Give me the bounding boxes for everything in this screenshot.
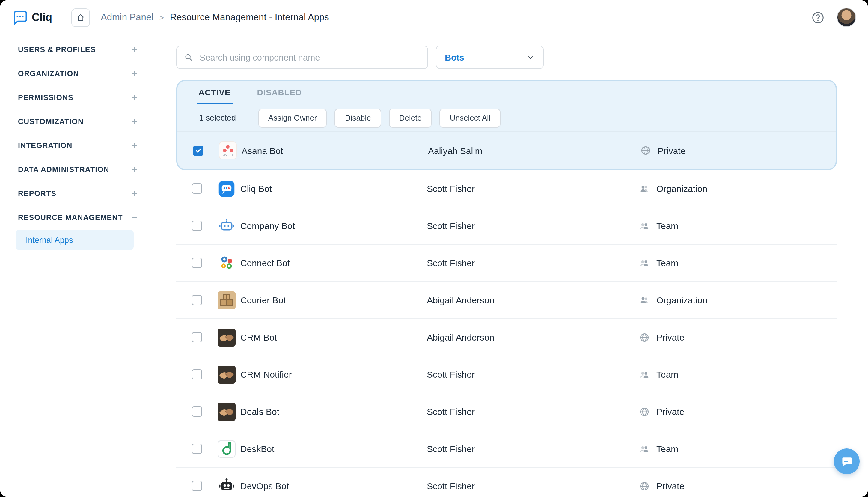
row-checkbox[interactable] [192, 295, 202, 305]
organization-icon [639, 183, 650, 194]
expand-toggle-icon[interactable]: + [132, 164, 137, 175]
visibility-label: Team [656, 444, 678, 454]
app-body: USERS & PROFILES + ORGANIZATION + PERMIS… [0, 36, 868, 497]
row-checkbox[interactable] [192, 332, 202, 342]
search-icon [184, 53, 193, 62]
team-icon [639, 220, 650, 231]
row-checkbox[interactable] [192, 369, 202, 380]
organization-icon [639, 295, 650, 306]
bot-row[interactable]: Courier Bot Abigail Anderson Organizatio… [176, 282, 837, 319]
connect-icon [218, 254, 235, 272]
selected-count: 1 selected [199, 113, 236, 122]
expand-toggle-icon[interactable]: + [132, 44, 137, 55]
row-checkbox[interactable] [193, 145, 203, 156]
sidebar-item-label: USERS & PROFILES [18, 45, 96, 54]
home-button[interactable] [71, 8, 90, 27]
cliq-icon [218, 180, 235, 198]
bot-owner: Aaliyah Salim [428, 145, 640, 156]
sidebar-item-label: ORGANIZATION [18, 70, 79, 78]
tab-label: DISABLED [257, 87, 302, 97]
sidebar-item-label: DATA ADMINISTRATION [18, 166, 110, 174]
search-input[interactable] [199, 52, 420, 63]
bot-row[interactable]: Cliq Bot Scott Fisher Organization [176, 170, 837, 208]
sidebar-item-label: INTEGRATION [18, 141, 72, 150]
delete-button[interactable]: Delete [389, 108, 432, 127]
sidebar-item-integration[interactable]: INTEGRATION + [0, 134, 151, 158]
handshake-icon [218, 328, 235, 346]
assign-owner-button[interactable]: Assign Owner [258, 108, 327, 127]
robot-dark-icon [218, 477, 235, 495]
row-checkbox[interactable] [192, 183, 202, 194]
bot-name: CRM Bot [241, 332, 427, 342]
globe-icon [639, 406, 650, 417]
divider [247, 112, 248, 124]
bot-name: DeskBot [241, 444, 427, 454]
row-checkbox[interactable] [192, 444, 202, 454]
bot-owner: Scott Fisher [427, 183, 639, 194]
bot-row[interactable]: asana Asana Bot Aaliyah Salim Private [177, 132, 836, 169]
row-checkbox[interactable] [192, 407, 202, 417]
tab-disabled[interactable]: DISABLED [255, 87, 304, 104]
desk-icon [218, 440, 235, 458]
visibility-label: Private [656, 407, 684, 417]
bot-name: DevOps Bot [241, 481, 427, 491]
expand-toggle-icon[interactable]: + [132, 68, 137, 79]
toolbar: Bots [176, 45, 868, 69]
logo-text: Cliq [32, 11, 52, 24]
tab-label: ACTIVE [199, 87, 231, 97]
bot-name: Asana Bot [242, 145, 428, 156]
bot-owner: Scott Fisher [427, 258, 639, 268]
sidebar-item-resource-management[interactable]: RESOURCE MANAGEMENT − [0, 205, 151, 230]
team-icon [639, 257, 650, 268]
bot-row[interactable]: DevOps Bot Scott Fisher Private [176, 468, 837, 497]
sidebar-item-permissions[interactable]: PERMISSIONS + [0, 86, 151, 110]
chat-icon [840, 455, 853, 468]
tab-active[interactable]: ACTIVE [197, 87, 233, 104]
support-chat-button[interactable] [834, 449, 859, 474]
row-checkbox[interactable] [192, 258, 202, 268]
bot-row[interactable]: Deals Bot Scott Fisher Private [176, 393, 837, 430]
bot-name: Cliq Bot [241, 183, 427, 194]
sidebar: USERS & PROFILES + ORGANIZATION + PERMIS… [0, 36, 152, 497]
sidebar-item-organization[interactable]: ORGANIZATION + [0, 62, 151, 86]
row-checkbox[interactable] [192, 221, 202, 231]
bot-row[interactable]: DeskBot Scott Fisher Team [176, 430, 837, 468]
check-icon [194, 147, 202, 154]
sidebar-subitem-internal-apps[interactable]: Internal Apps [16, 230, 134, 250]
component-type-dropdown[interactable]: Bots [436, 45, 544, 69]
expand-toggle-icon[interactable]: + [132, 140, 137, 151]
expand-toggle-icon[interactable]: + [132, 116, 137, 127]
page-title: Resource Management - Internal Apps [170, 12, 329, 23]
selected-row-slot: asana Asana Bot Aaliyah Salim Private [177, 132, 836, 169]
breadcrumb-root[interactable]: Admin Panel [101, 12, 154, 23]
bot-name: Deals Bot [241, 407, 427, 417]
breadcrumb-separator: > [159, 13, 164, 22]
unselect-all-button[interactable]: Unselect All [440, 108, 501, 127]
bot-owner: Scott Fisher [427, 481, 639, 491]
globe-icon [639, 332, 650, 343]
tabs: ACTIVE DISABLED [177, 81, 836, 104]
bot-row[interactable]: Connect Bot Scott Fisher Team [176, 245, 837, 282]
globe-icon [640, 145, 651, 156]
bot-row[interactable]: Company Bot Scott Fisher Team [176, 208, 837, 245]
team-icon [639, 443, 650, 454]
row-checkbox[interactable] [192, 481, 202, 491]
disable-button[interactable]: Disable [335, 108, 381, 127]
home-icon [76, 13, 85, 22]
visibility-label: Organization [656, 183, 707, 194]
expand-toggle-icon[interactable]: + [132, 188, 137, 199]
sidebar-item-data-administration[interactable]: DATA ADMINISTRATION + [0, 158, 151, 182]
asana-icon: asana [219, 141, 237, 159]
bot-row[interactable]: CRM Notifier Scott Fisher Team [176, 356, 837, 393]
sidebar-item-users-profiles[interactable]: USERS & PROFILES + [0, 38, 151, 62]
expand-toggle-icon[interactable]: − [132, 212, 137, 223]
visibility-label: Private [656, 332, 684, 342]
user-avatar[interactable] [837, 8, 856, 27]
expand-toggle-icon[interactable]: + [132, 92, 137, 103]
bot-owner: Scott Fisher [427, 444, 639, 454]
sidebar-item-customization[interactable]: CUSTOMIZATION + [0, 110, 151, 134]
visibility-label: Organization [656, 295, 707, 305]
bot-row[interactable]: CRM Bot Abigail Anderson Private [176, 319, 837, 356]
help-button[interactable] [811, 11, 825, 24]
sidebar-item-reports[interactable]: REPORTS + [0, 182, 151, 205]
